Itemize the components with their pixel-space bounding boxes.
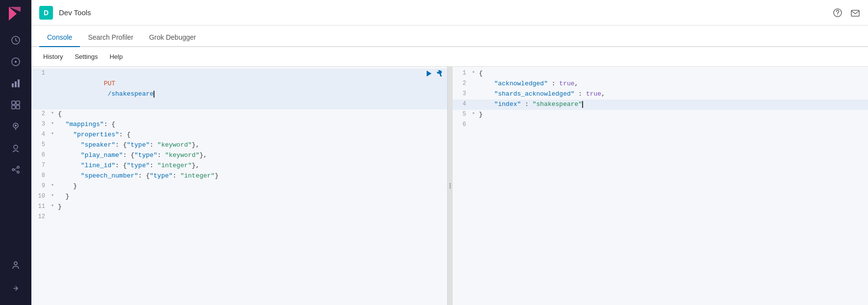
svg-point-11 — [15, 125, 17, 127]
svg-point-24 — [449, 185, 451, 187]
code-line-9: 9 ▾ } — [31, 181, 447, 192]
header-actions — [833, 7, 860, 18]
code-line-5: 5 "speaker": {"type": "keyword"}, — [31, 140, 447, 151]
svg-rect-4 — [15, 81, 17, 87]
sidebar-item-dashboard[interactable] — [6, 95, 26, 115]
tab-grok-debugger[interactable]: Grok Debugger — [141, 28, 204, 47]
code-line-1: 1 PUT /shakespeare — [31, 69, 447, 109]
mail-icon[interactable] — [850, 7, 860, 18]
right-code-line-3: 3 "shards_acknowledged" : true, — [453, 89, 868, 100]
toolbar: History Settings Help — [31, 47, 868, 67]
right-code-editor[interactable]: 1 ▾ { 2 "acknowledged" : true, 3 "shards… — [453, 67, 868, 305]
code-line-6: 6 "play_name": {"type": "keyword"}, — [31, 151, 447, 161]
svg-rect-7 — [16, 101, 20, 104]
code-line-3: 3 ▾ "mappings": { — [31, 120, 447, 130]
tabs-bar: Console Search Profiler Grok Debugger — [31, 25, 868, 47]
right-code-line-5: 5 ▾ } — [453, 110, 868, 120]
toolbar-settings[interactable]: Settings — [71, 51, 102, 62]
svg-rect-5 — [18, 79, 20, 87]
help-icon[interactable] — [833, 7, 842, 18]
sidebar-item-map[interactable] — [6, 117, 26, 136]
code-line-12: 12 — [31, 212, 447, 223]
right-editor[interactable]: 1 ▾ { 2 "acknowledged" : true, 3 "shards… — [453, 67, 868, 305]
tab-console[interactable]: Console — [39, 28, 80, 47]
toolbar-history[interactable]: History — [39, 51, 67, 62]
svg-rect-21 — [851, 10, 859, 16]
sidebar-item-person[interactable] — [6, 255, 26, 275]
right-code-line-1: 1 ▾ { — [453, 69, 868, 79]
panel-divider[interactable] — [448, 67, 453, 305]
sidebar-item-collapse[interactable] — [6, 279, 26, 298]
sidebar — [0, 0, 31, 305]
sidebar-item-canvas[interactable] — [6, 138, 26, 158]
svg-point-2 — [15, 61, 17, 63]
right-code-line-4: 4 "index" : "shakespeare" — [453, 100, 868, 110]
right-code-line-2: 2 "acknowledged" : true, — [453, 79, 868, 89]
left-code-editor[interactable]: 1 PUT /shakespeare — [31, 67, 447, 305]
code-line-10: 10 ▾ } — [31, 192, 447, 202]
svg-point-14 — [17, 166, 19, 168]
left-editor[interactable]: 1 PUT /shakespeare — [31, 67, 448, 305]
svg-line-17 — [14, 170, 17, 172]
sidebar-item-ml[interactable] — [6, 160, 26, 179]
wrench-icon[interactable] — [435, 69, 443, 79]
svg-point-23 — [449, 183, 451, 185]
svg-point-13 — [12, 169, 14, 171]
toolbar-help[interactable]: Help — [105, 51, 127, 62]
svg-line-16 — [14, 168, 17, 170]
svg-point-25 — [449, 187, 451, 189]
code-line-8: 8 "speech_number": {"type": "integer"} — [31, 171, 447, 181]
code-line-4: 4 ▾ "properties": { — [31, 130, 447, 140]
code-line-11: 11 ▾ } — [31, 202, 447, 212]
code-line-7: 7 "line_id": {"type": "integer"}, — [31, 161, 447, 171]
app-icon: D — [39, 6, 53, 20]
header-title: Dev Tools — [59, 8, 91, 17]
svg-rect-9 — [16, 105, 20, 109]
svg-rect-6 — [12, 101, 15, 104]
run-icon[interactable] — [425, 69, 433, 79]
tab-search-profiler[interactable]: Search Profiler — [80, 28, 141, 47]
editors-container: 1 PUT /shakespeare — [31, 67, 868, 305]
svg-point-20 — [837, 15, 838, 16]
svg-point-12 — [14, 145, 18, 149]
svg-rect-3 — [12, 83, 14, 87]
svg-marker-22 — [427, 71, 432, 76]
sidebar-item-clock[interactable] — [6, 30, 26, 50]
kibana-logo — [7, 5, 25, 23]
svg-point-15 — [17, 171, 19, 173]
header: D Dev Tools — [31, 0, 868, 25]
svg-point-18 — [14, 262, 17, 265]
right-code-line-6: 6 — [453, 120, 868, 130]
code-line-2: 2 ▾ { — [31, 109, 447, 120]
sidebar-item-compass[interactable] — [6, 52, 26, 72]
main-content: D Dev Tools Console Search Profiler Grok — [31, 0, 868, 305]
sidebar-item-visualize[interactable] — [6, 74, 26, 93]
svg-rect-8 — [12, 105, 15, 109]
